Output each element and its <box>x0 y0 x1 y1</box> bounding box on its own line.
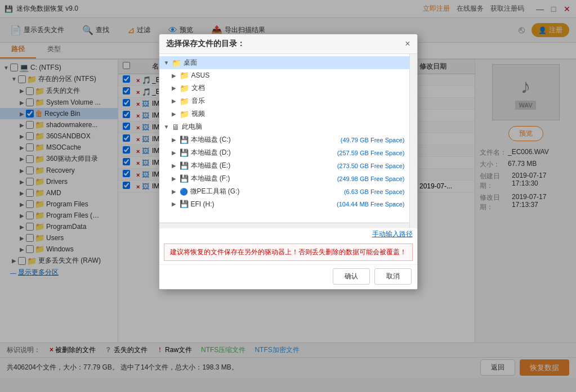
expand-icon[interactable]: ▶ <box>172 163 180 169</box>
warning-text: 建议将恢复的文件保存在另外的驱动器上！否则丢失删除的数据可能会被覆盖！ <box>170 248 407 256</box>
computer-icon: 🖥 <box>172 123 180 132</box>
folder-icon: 📁 <box>180 71 189 80</box>
modal-item-label: 此电脑 <box>182 122 405 132</box>
modal-item-label: 本地磁盘 (F:) <box>191 174 334 183</box>
modal-title-bar: 选择保存文件的目录： × <box>159 34 417 54</box>
modal-item-label: EFI (H:) <box>191 200 334 208</box>
modal-tree-item-drive-g[interactable]: ▶ 🔵 微PE工具箱 (G:) (6.63 GB Free Space) <box>159 185 409 198</box>
modal-title: 选择保存文件的目录： <box>166 39 245 49</box>
save-directory-modal: 选择保存文件的目录： × ▼ 📁 桌面 ▶ <box>159 34 418 290</box>
expand-icon[interactable]: ▶ <box>172 188 180 195</box>
pe-icon: 🔵 <box>180 188 188 196</box>
modal-tree-item-asus[interactable]: ▶ 📁 ASUS <box>159 69 409 82</box>
modal-item-label: 本地磁盘 (E:) <box>191 161 334 170</box>
expand-icon[interactable]: ▶ <box>172 175 180 182</box>
folder-icon: 📁 <box>180 110 189 119</box>
folder-icon: 📁 <box>180 84 189 93</box>
modal-item-label: 桌面 <box>184 58 405 67</box>
modal-overlay: 选择保存文件的目录： × ▼ 📁 桌面 ▶ <box>0 0 576 392</box>
drive-icon: 💾 <box>180 148 189 157</box>
drive-space: (49.79 GB Free Space) <box>341 137 405 143</box>
expand-icon[interactable]: ▶ <box>172 111 180 117</box>
modal-tree-item-drive-c[interactable]: ▶ 💾 本地磁盘 (C:) (49.79 GB Free Space) <box>159 133 409 146</box>
drive-space: (257.59 GB Free Space) <box>337 150 405 156</box>
modal-tree-item-drive-d[interactable]: ▶ 💾 本地磁盘 (D:) (257.59 GB Free Space) <box>159 146 409 159</box>
modal-tree-item-desktop[interactable]: ▼ 📁 桌面 <box>159 56 409 69</box>
folder-icon: 📁 <box>172 58 181 67</box>
modal-close-button[interactable]: × <box>405 39 410 49</box>
confirm-button[interactable]: 确认 <box>333 268 370 285</box>
modal-item-label: ASUS <box>191 71 405 79</box>
modal-directory-tree: ▼ 📁 桌面 ▶ 📁 ASUS ▶ <box>159 54 409 223</box>
folder-icon: 📁 <box>180 97 189 106</box>
expand-icon[interactable]: ▼ <box>164 124 172 130</box>
modal-tree-item-music[interactable]: ▶ 📁 音乐 <box>159 94 409 107</box>
expand-icon[interactable]: ▶ <box>172 137 180 143</box>
modal-bottom-bar: 确认 取消 <box>159 264 417 289</box>
modal-item-label: 视频 <box>191 109 405 119</box>
drive-icon: 💾 <box>180 161 189 170</box>
modal-tree-item-drive-h[interactable]: ▶ 💾 EFI (H:) (104.44 MB Free Space) <box>159 198 409 210</box>
expand-icon[interactable]: ▼ <box>164 60 172 66</box>
drive-space: (273.50 GB Free Space) <box>337 163 405 169</box>
modal-item-label: 本地磁盘 (C:) <box>191 135 337 145</box>
modal-item-label: 文档 <box>191 83 405 93</box>
modal-tree-item-videos[interactable]: ▶ 📁 视频 <box>159 107 409 120</box>
modal-item-label: 微PE工具箱 (G:) <box>190 187 341 196</box>
drive-space: (249.98 GB Free Space) <box>337 175 405 182</box>
drive-icon: 💾 <box>180 174 189 183</box>
drive-space: (104.44 MB Free Space) <box>337 201 404 208</box>
hand-input-link[interactable]: 手动输入路径 <box>372 229 413 239</box>
expand-icon[interactable]: ▶ <box>172 98 180 104</box>
modal-tree-item-computer[interactable]: ▼ 🖥 此电脑 <box>159 120 409 133</box>
horizontal-scrollbar[interactable] <box>159 223 409 228</box>
hand-input-area: 手动输入路径 <box>159 228 417 240</box>
expand-icon[interactable]: ▶ <box>172 201 180 207</box>
drive-icon: 💾 <box>180 136 189 144</box>
cancel-button[interactable]: 取消 <box>374 268 412 285</box>
vertical-scrollbar[interactable] <box>409 54 417 228</box>
drive-space: (6.63 GB Free Space) <box>344 188 405 195</box>
expand-icon[interactable]: ▶ <box>172 150 180 156</box>
modal-warning: 建议将恢复的文件保存在另外的驱动器上！否则丢失删除的数据可能会被覆盖！ <box>164 244 413 261</box>
modal-tree-item-drive-e[interactable]: ▶ 💾 本地磁盘 (E:) (273.50 GB Free Space) <box>159 159 409 172</box>
modal-item-label: 音乐 <box>191 96 405 106</box>
expand-icon[interactable]: ▶ <box>172 85 180 91</box>
drive-icon: 💾 <box>180 200 189 208</box>
expand-icon[interactable]: ▶ <box>172 73 180 79</box>
modal-item-label: 本地磁盘 (D:) <box>191 148 334 157</box>
modal-tree-item-drive-f[interactable]: ▶ 💾 本地磁盘 (F:) (249.98 GB Free Space) <box>159 172 409 185</box>
modal-tree-item-docs[interactable]: ▶ 📁 文档 <box>159 82 409 94</box>
